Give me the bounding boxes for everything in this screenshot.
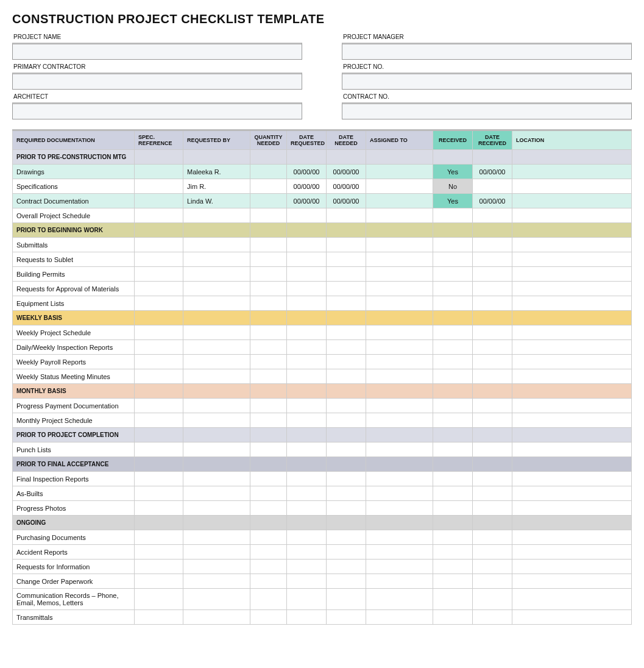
location-cell[interactable] [512, 501, 632, 516]
doc-cell[interactable]: Final Inspection Reports [13, 472, 135, 486]
doc-cell[interactable]: As-Builts [13, 486, 135, 501]
date-requested-cell[interactable] [287, 589, 327, 610]
date-received-cell[interactable] [473, 252, 512, 267]
qty-cell[interactable] [250, 545, 287, 560]
received-cell[interactable] [433, 589, 473, 610]
location-cell[interactable] [512, 560, 632, 574]
received-cell[interactable] [433, 501, 473, 516]
qty-cell[interactable] [250, 574, 287, 589]
doc-cell[interactable]: Equipment Lists [13, 296, 135, 311]
doc-cell[interactable]: Weekly Project Schedule [13, 325, 135, 340]
location-cell[interactable] [512, 179, 632, 194]
date-requested-cell[interactable] [287, 442, 327, 457]
project-no-input[interactable] [342, 73, 632, 90]
date-requested-cell[interactable] [287, 238, 327, 252]
requested-by-cell[interactable]: Maleeka R. [183, 165, 250, 179]
doc-cell[interactable]: Transmittals [13, 610, 135, 625]
date-needed-cell[interactable] [327, 267, 366, 282]
location-cell[interactable] [512, 399, 632, 413]
spec-cell[interactable] [135, 165, 183, 179]
date-requested-cell[interactable] [287, 325, 327, 340]
date-needed-cell[interactable] [327, 545, 366, 560]
date-needed-cell[interactable]: 00/00/00 [327, 194, 366, 208]
location-cell[interactable] [512, 194, 632, 208]
qty-cell[interactable] [250, 238, 287, 252]
qty-cell[interactable] [250, 282, 287, 296]
received-cell[interactable] [433, 252, 473, 267]
date-requested-cell[interactable]: 00/00/00 [287, 194, 327, 208]
doc-cell[interactable]: Accident Reports [13, 545, 135, 560]
date-needed-cell[interactable] [327, 589, 366, 610]
received-cell[interactable] [433, 282, 473, 296]
date-needed-cell[interactable] [327, 340, 366, 355]
requested-by-cell[interactable] [183, 208, 250, 223]
requested-by-cell[interactable] [183, 399, 250, 413]
date-requested-cell[interactable] [287, 267, 327, 282]
location-cell[interactable] [512, 267, 632, 282]
qty-cell[interactable] [250, 501, 287, 516]
doc-cell[interactable]: Drawings [13, 165, 135, 179]
date-requested-cell[interactable] [287, 252, 327, 267]
assigned-to-cell[interactable] [366, 165, 433, 179]
received-cell[interactable] [433, 208, 473, 223]
requested-by-cell[interactable] [183, 267, 250, 282]
date-requested-cell[interactable] [287, 501, 327, 516]
location-cell[interactable] [512, 472, 632, 486]
requested-by-cell[interactable] [183, 442, 250, 457]
qty-cell[interactable] [250, 369, 287, 384]
requested-by-cell[interactable] [183, 252, 250, 267]
date-requested-cell[interactable] [287, 296, 327, 311]
spec-cell[interactable] [135, 252, 183, 267]
date-requested-cell[interactable] [287, 369, 327, 384]
doc-cell[interactable]: Requests for Information [13, 560, 135, 574]
doc-cell[interactable]: Building Permits [13, 267, 135, 282]
spec-cell[interactable] [135, 442, 183, 457]
location-cell[interactable] [512, 486, 632, 501]
location-cell[interactable] [512, 238, 632, 252]
qty-cell[interactable] [250, 325, 287, 340]
assigned-to-cell[interactable] [366, 589, 433, 610]
received-cell[interactable] [433, 472, 473, 486]
project-name-input[interactable] [12, 43, 302, 60]
received-cell[interactable] [433, 442, 473, 457]
assigned-to-cell[interactable] [366, 194, 433, 208]
spec-cell[interactable] [135, 194, 183, 208]
spec-cell[interactable] [135, 399, 183, 413]
location-cell[interactable] [512, 325, 632, 340]
spec-cell[interactable] [135, 574, 183, 589]
date-received-cell[interactable]: 00/00/00 [473, 194, 512, 208]
qty-cell[interactable] [250, 179, 287, 194]
date-received-cell[interactable] [473, 369, 512, 384]
date-received-cell[interactable] [473, 610, 512, 625]
assigned-to-cell[interactable] [366, 610, 433, 625]
received-cell[interactable] [433, 399, 473, 413]
doc-cell[interactable]: Progress Photos [13, 501, 135, 516]
assigned-to-cell[interactable] [366, 252, 433, 267]
requested-by-cell[interactable] [183, 369, 250, 384]
spec-cell[interactable] [135, 340, 183, 355]
date-requested-cell[interactable] [287, 545, 327, 560]
date-needed-cell[interactable] [327, 296, 366, 311]
requested-by-cell[interactable] [183, 501, 250, 516]
contract-no-input[interactable] [342, 102, 632, 119]
assigned-to-cell[interactable] [366, 501, 433, 516]
assigned-to-cell[interactable] [366, 560, 433, 574]
date-needed-cell[interactable] [327, 325, 366, 340]
date-received-cell[interactable] [473, 413, 512, 428]
received-cell[interactable] [433, 267, 473, 282]
qty-cell[interactable] [250, 194, 287, 208]
date-needed-cell[interactable] [327, 574, 366, 589]
requested-by-cell[interactable] [183, 355, 250, 369]
doc-cell[interactable]: Specifications [13, 179, 135, 194]
assigned-to-cell[interactable] [366, 530, 433, 545]
primary-contractor-input[interactable] [12, 73, 302, 90]
spec-cell[interactable] [135, 413, 183, 428]
assigned-to-cell[interactable] [366, 179, 433, 194]
spec-cell[interactable] [135, 560, 183, 574]
received-cell[interactable]: Yes [433, 194, 473, 208]
date-received-cell[interactable] [473, 442, 512, 457]
date-requested-cell[interactable] [287, 530, 327, 545]
date-needed-cell[interactable] [327, 530, 366, 545]
doc-cell[interactable]: Requests for Approval of Materials [13, 282, 135, 296]
location-cell[interactable] [512, 574, 632, 589]
